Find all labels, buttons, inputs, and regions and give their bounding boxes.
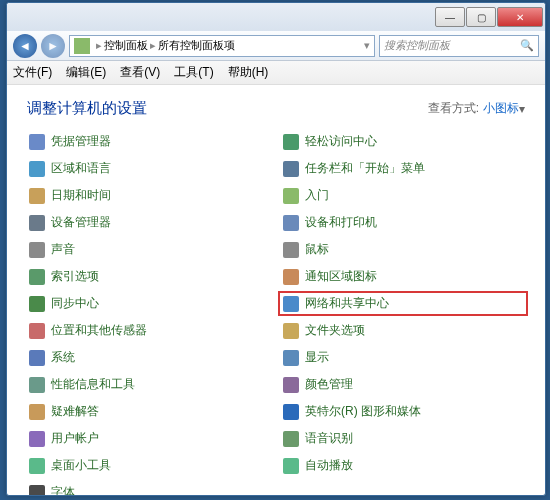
menu-tools[interactable]: 工具(T) xyxy=(174,64,213,81)
minimize-button[interactable]: — xyxy=(435,7,465,27)
cpl-icon xyxy=(283,296,299,312)
items-grid: 凭据管理器轻松访问中心区域和语言任务栏和「开始」菜单日期和时间入门设备管理器设备… xyxy=(27,132,525,495)
control-panel-icon xyxy=(74,38,90,54)
cpl-icon xyxy=(29,458,45,474)
cpl-item-r12[interactable]: 自动播放 xyxy=(281,456,525,475)
cpl-item-l3[interactable]: 设备管理器 xyxy=(27,213,271,232)
cpl-label: 网络和共享中心 xyxy=(305,295,389,312)
cpl-item-r5[interactable]: 通知区域图标 xyxy=(281,267,525,286)
cpl-item-l6[interactable]: 同步中心 xyxy=(27,294,271,313)
chevron-down-icon[interactable]: ▾ xyxy=(364,39,370,52)
cpl-item-r4[interactable]: 鼠标 xyxy=(281,240,525,259)
cpl-label: 入门 xyxy=(305,187,329,204)
cpl-item-l4[interactable]: 声音 xyxy=(27,240,271,259)
cpl-icon xyxy=(283,242,299,258)
cpl-label: 显示 xyxy=(305,349,329,366)
control-panel-window: — ▢ ✕ ◄ ► ▸ 控制面板 ▸ 所有控制面板项 ▾ 搜索控制面板 🔍 文件… xyxy=(6,2,546,496)
cpl-label: 声音 xyxy=(51,241,75,258)
cpl-icon xyxy=(29,350,45,366)
cpl-icon xyxy=(283,404,299,420)
cpl-item-l12[interactable]: 桌面小工具 xyxy=(27,456,271,475)
cpl-item-r2[interactable]: 入门 xyxy=(281,186,525,205)
menu-help[interactable]: 帮助(H) xyxy=(228,64,269,81)
cpl-item-r10[interactable]: 英特尔(R) 图形和媒体 xyxy=(281,402,525,421)
cpl-icon xyxy=(283,215,299,231)
titlebar: — ▢ ✕ xyxy=(7,3,545,31)
cpl-item-l13[interactable]: 字体 xyxy=(27,483,271,495)
cpl-icon xyxy=(29,269,45,285)
search-placeholder: 搜索控制面板 xyxy=(384,38,450,53)
menu-bar: 文件(F) 编辑(E) 查看(V) 工具(T) 帮助(H) xyxy=(7,61,545,85)
cpl-label: 轻松访问中心 xyxy=(305,133,377,150)
cpl-item-r7[interactable]: 文件夹选项 xyxy=(281,321,525,340)
cpl-item-l11[interactable]: 用户帐户 xyxy=(27,429,271,448)
cpl-item-r0[interactable]: 轻松访问中心 xyxy=(281,132,525,151)
menu-view[interactable]: 查看(V) xyxy=(120,64,160,81)
cpl-item-l7[interactable]: 位置和其他传感器 xyxy=(27,321,271,340)
breadcrumb[interactable]: ▸ 控制面板 ▸ 所有控制面板项 ▾ xyxy=(69,35,375,57)
content-area: 调整计算机的设置 查看方式: 小图标 凭据管理器轻松访问中心区域和语言任务栏和「… xyxy=(7,85,545,495)
maximize-button[interactable]: ▢ xyxy=(466,7,496,27)
cpl-item-l10[interactable]: 疑难解答 xyxy=(27,402,271,421)
cpl-label: 性能信息和工具 xyxy=(51,376,135,393)
cpl-item-r9[interactable]: 颜色管理 xyxy=(281,375,525,394)
cpl-label: 桌面小工具 xyxy=(51,457,111,474)
forward-button[interactable]: ► xyxy=(41,34,65,58)
cpl-label: 文件夹选项 xyxy=(305,322,365,339)
breadcrumb-part[interactable]: 所有控制面板项 xyxy=(158,38,235,53)
heading-row: 调整计算机的设置 查看方式: 小图标 xyxy=(27,99,525,118)
search-icon[interactable]: 🔍 xyxy=(520,39,534,52)
breadcrumb-part[interactable]: 控制面板 xyxy=(104,38,148,53)
search-input[interactable]: 搜索控制面板 🔍 xyxy=(379,35,539,57)
cpl-item-r8[interactable]: 显示 xyxy=(281,348,525,367)
cpl-item-r3[interactable]: 设备和打印机 xyxy=(281,213,525,232)
viewby-select[interactable]: 小图标 xyxy=(483,100,525,117)
cpl-label: 通知区域图标 xyxy=(305,268,377,285)
cpl-icon xyxy=(283,350,299,366)
back-button[interactable]: ◄ xyxy=(13,34,37,58)
cpl-label: 设备和打印机 xyxy=(305,214,377,231)
cpl-icon xyxy=(29,404,45,420)
cpl-item-l9[interactable]: 性能信息和工具 xyxy=(27,375,271,394)
cpl-label: 设备管理器 xyxy=(51,214,111,231)
cpl-item-l5[interactable]: 索引选项 xyxy=(27,267,271,286)
cpl-item-l2[interactable]: 日期和时间 xyxy=(27,186,271,205)
chevron-right-icon: ▸ xyxy=(96,39,102,52)
cpl-label: 日期和时间 xyxy=(51,187,111,204)
page-title: 调整计算机的设置 xyxy=(27,99,147,118)
cpl-label: 位置和其他传感器 xyxy=(51,322,147,339)
cpl-label: 用户帐户 xyxy=(51,430,99,447)
cpl-label: 索引选项 xyxy=(51,268,99,285)
cpl-item-r6[interactable]: 网络和共享中心 xyxy=(281,294,525,313)
close-button[interactable]: ✕ xyxy=(497,7,543,27)
cpl-label: 语音识别 xyxy=(305,430,353,447)
menu-edit[interactable]: 编辑(E) xyxy=(66,64,106,81)
menu-file[interactable]: 文件(F) xyxy=(13,64,52,81)
cpl-icon xyxy=(29,377,45,393)
cpl-item-r1[interactable]: 任务栏和「开始」菜单 xyxy=(281,159,525,178)
address-bar: ◄ ► ▸ 控制面板 ▸ 所有控制面板项 ▾ 搜索控制面板 🔍 xyxy=(7,31,545,61)
cpl-icon xyxy=(29,296,45,312)
cpl-icon xyxy=(283,134,299,150)
cpl-icon xyxy=(283,188,299,204)
cpl-icon xyxy=(29,215,45,231)
cpl-label: 系统 xyxy=(51,349,75,366)
chevron-right-icon: ▸ xyxy=(150,39,156,52)
cpl-label: 区域和语言 xyxy=(51,160,111,177)
cpl-icon xyxy=(29,134,45,150)
cpl-icon xyxy=(283,161,299,177)
cpl-label: 凭据管理器 xyxy=(51,133,111,150)
cpl-icon xyxy=(283,323,299,339)
cpl-label: 疑难解答 xyxy=(51,403,99,420)
cpl-icon xyxy=(283,431,299,447)
cpl-icon xyxy=(283,458,299,474)
cpl-icon xyxy=(29,242,45,258)
cpl-label: 鼠标 xyxy=(305,241,329,258)
cpl-item-r11[interactable]: 语音识别 xyxy=(281,429,525,448)
cpl-label: 颜色管理 xyxy=(305,376,353,393)
cpl-item-l0[interactable]: 凭据管理器 xyxy=(27,132,271,151)
cpl-item-l1[interactable]: 区域和语言 xyxy=(27,159,271,178)
cpl-icon xyxy=(29,188,45,204)
cpl-item-l8[interactable]: 系统 xyxy=(27,348,271,367)
cpl-label: 自动播放 xyxy=(305,457,353,474)
